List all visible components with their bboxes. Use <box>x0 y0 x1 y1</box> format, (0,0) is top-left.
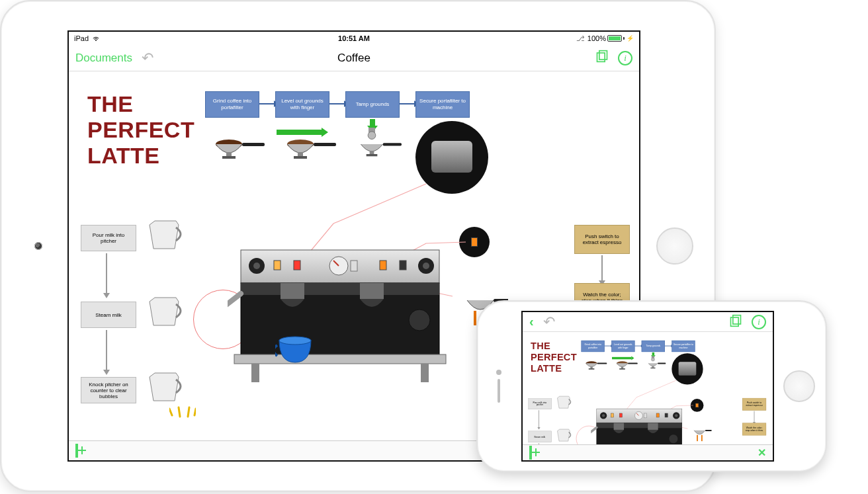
ipad-camera <box>34 242 42 250</box>
svg-rect-1 <box>599 51 607 60</box>
svg-rect-17 <box>241 283 439 295</box>
undo-icon[interactable]: ↶ <box>543 313 555 331</box>
svg-line-38 <box>179 407 180 417</box>
svg-rect-26 <box>294 261 300 270</box>
plus-icon <box>529 446 532 460</box>
svg-rect-27 <box>380 261 386 270</box>
step-steam-milk[interactable]: Steam milk <box>81 302 136 328</box>
svg-line-34 <box>228 294 241 316</box>
svg-point-22 <box>253 263 260 269</box>
coffee-cup-icon[interactable] <box>275 336 315 365</box>
step-watch-color[interactable]: Watch the color; stop when it thins <box>742 423 766 436</box>
info-icon[interactable]: i <box>618 51 632 65</box>
ipad-home-button[interactable] <box>656 227 693 265</box>
svg-rect-28 <box>400 261 406 270</box>
milk-pitcher-icon[interactable] <box>556 395 572 409</box>
svg-rect-42 <box>474 311 476 325</box>
milk-pitcher-icon[interactable] <box>146 370 183 403</box>
milk-pitcher-icon[interactable] <box>556 460 572 462</box>
svg-point-36 <box>279 337 311 345</box>
svg-rect-76 <box>614 423 624 430</box>
svg-point-66 <box>602 414 605 417</box>
bluetooth-icon: ⎇ <box>576 34 585 43</box>
svg-rect-86 <box>697 435 698 441</box>
layers-icon[interactable] <box>595 50 609 66</box>
svg-rect-70 <box>619 413 622 417</box>
down-arrow-icon <box>539 410 539 427</box>
milk-pitcher-icon[interactable] <box>146 218 183 251</box>
down-arrow-icon <box>601 255 603 280</box>
navigation-bar: ‹ ↶ i <box>523 312 773 332</box>
bottom-toolbar: ✕ <box>523 444 773 460</box>
impact-icon <box>169 402 196 418</box>
svg-rect-33 <box>360 283 384 299</box>
svg-rect-19 <box>251 364 259 382</box>
info-icon[interactable]: i <box>752 315 766 329</box>
down-arrow-icon <box>106 330 107 370</box>
milk-pitcher-icon[interactable] <box>146 295 183 328</box>
step-push-switch[interactable]: Push switch to extract espresso <box>742 398 766 411</box>
portafilter-extracting-icon[interactable] <box>689 427 711 444</box>
add-shape-button[interactable] <box>75 445 78 457</box>
wifi-icon <box>91 35 101 42</box>
step-push-switch[interactable]: Push switch to extract espresso <box>574 225 630 254</box>
svg-rect-75 <box>644 413 646 418</box>
iphone-speaker <box>498 379 500 403</box>
add-shape-button[interactable] <box>529 447 532 459</box>
down-arrow-icon <box>754 411 755 422</box>
plus-icon <box>75 444 78 458</box>
svg-line-78 <box>591 427 597 437</box>
svg-rect-0 <box>597 53 605 62</box>
svg-line-37 <box>169 409 172 415</box>
undo-icon[interactable]: ↶ <box>142 50 153 67</box>
down-arrow-icon <box>106 253 107 293</box>
svg-rect-87 <box>701 435 703 441</box>
svg-line-40 <box>195 409 196 415</box>
svg-rect-18 <box>234 354 446 364</box>
svg-rect-44 <box>731 317 739 326</box>
svg-rect-77 <box>648 423 658 430</box>
back-chevron-icon[interactable]: ‹ <box>529 314 534 329</box>
svg-point-79 <box>669 434 678 444</box>
svg-rect-69 <box>611 413 613 417</box>
svg-point-24 <box>423 263 429 269</box>
clock: 10:51 AM <box>338 34 370 42</box>
step-pour-milk[interactable]: Pour milk into pitcher <box>528 398 552 409</box>
battery-percent: 100% <box>587 34 606 42</box>
step-pour-milk[interactable]: Pour milk into pitcher <box>81 225 136 251</box>
svg-rect-71 <box>656 413 659 417</box>
milk-pitcher-icon[interactable] <box>556 428 572 442</box>
svg-rect-31 <box>351 261 357 271</box>
document-title: Coffee <box>337 52 370 65</box>
charging-icon: ⚡ <box>627 35 634 42</box>
svg-point-68 <box>675 414 677 417</box>
carrier-label: iPad <box>74 34 89 42</box>
status-bar: iPad 10:51 AM ⎇ 100% ⚡ <box>69 32 639 45</box>
iphone-screen: ‹ ↶ i THE PERFECT LATTE Grind coffee int… <box>521 311 774 462</box>
close-button[interactable]: ✕ <box>758 446 766 459</box>
step-knock-pitcher[interactable]: Knock pitcher on counter to clear bubble… <box>81 377 136 403</box>
svg-rect-61 <box>597 423 682 429</box>
iphone-camera <box>496 370 501 375</box>
navigation-bar: Documents ↶ Coffee i <box>69 45 639 71</box>
svg-rect-25 <box>274 261 281 270</box>
layers-icon[interactable] <box>729 314 742 329</box>
diagram-canvas[interactable]: THE PERFECT LATTE Grind coffee into port… <box>523 332 773 444</box>
svg-rect-85 <box>705 430 711 431</box>
documents-back-button[interactable]: Documents <box>75 52 132 65</box>
svg-rect-72 <box>665 413 668 417</box>
svg-rect-32 <box>281 283 304 299</box>
iphone-home-button[interactable] <box>783 370 815 402</box>
step-steam-milk[interactable]: Steam milk <box>528 431 552 442</box>
iphone-device-frame: ‹ ↶ i THE PERFECT LATTE Grind coffee int… <box>476 300 827 472</box>
svg-point-35 <box>409 309 430 331</box>
battery-indicator: 100% ⚡ <box>587 34 634 42</box>
svg-point-73 <box>634 411 642 419</box>
svg-rect-20 <box>421 364 429 382</box>
espresso-machine-icon[interactable] <box>228 237 453 389</box>
svg-line-39 <box>188 407 189 417</box>
svg-rect-45 <box>733 315 741 324</box>
